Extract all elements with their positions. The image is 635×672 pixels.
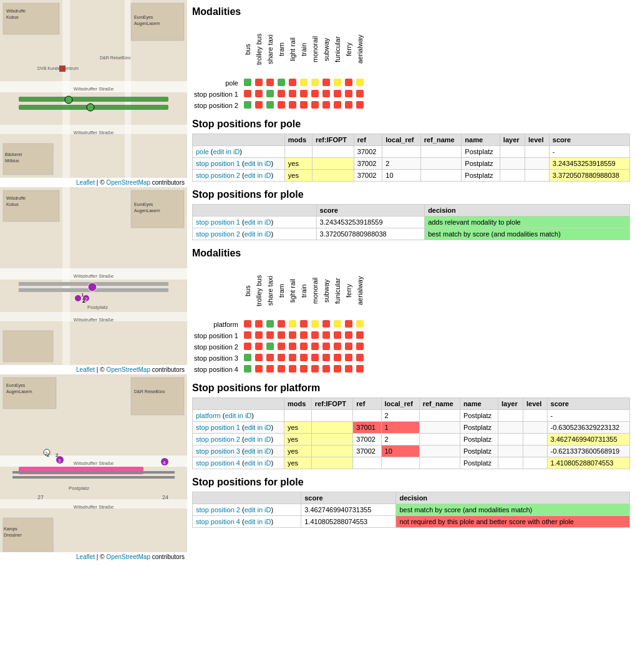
table-row: stop position 1 (edit in iD) 3.243453253… [193,217,630,228]
sp4-plole2-edit[interactable]: edit in iD [245,518,271,525]
modalities-title-2: Modalities [192,248,630,259]
pole-edit-link[interactable]: edit in iD [213,148,240,155]
svg-rect-64 [131,377,184,415]
svg-rect-3 [62,0,70,178]
svg-text:Wilsdruffer Straße: Wilsdruffer Straße [74,273,114,279]
sp1-plole1-edit[interactable]: edit in iD [245,218,271,226]
stoppos-pole-title: Stop positions for pole [192,119,630,130]
svg-text:AugenLasern: AugenLasern [6,389,32,394]
col-subway: subway [321,21,332,77]
stoppos1-pole-link[interactable]: stop position 1 [196,160,240,167]
osm-link-2[interactable]: OpenStreetMap [106,366,150,373]
right-panel: Modalities bus trolley bus share taxi tr… [187,0,635,562]
stoppos2-pole-link[interactable]: stop position 2 [196,172,240,179]
map-middle[interactable]: Wilsdruffer Straße Wilsdruffer Straße 2 … [0,187,187,374]
col-bus: bus [242,21,253,77]
svg-rect-56 [12,476,175,479]
stoppos1-pole-edit[interactable]: edit in iD [245,160,271,167]
svg-text:27: 27 [37,494,44,500]
stoppos-platform-title: Stop positions for platform [192,382,630,394]
svg-text:4: 4 [163,460,166,465]
svg-text:D&R ReiseBüro: D&R ReiseBüro [134,389,165,394]
pole-link[interactable]: pole [196,148,209,155]
sp2-plole2-edit[interactable]: edit in iD [245,506,271,514]
sp3-plat-link[interactable]: stop position 3 [196,447,240,455]
svg-text:Kubus: Kubus [6,15,19,19]
col-ferry: ferry [343,21,354,77]
map-top[interactable]: Wilsdruffer Straße Wilsdruffer Straße Wi… [0,0,187,187]
col-sharetaxi: share taxi [264,21,276,77]
sp2-plole1-edit[interactable]: edit in iD [245,230,271,238]
svg-text:2: 2 [85,296,88,302]
sp2-plole2-link[interactable]: stop position 2 [196,506,240,514]
svg-point-9 [65,96,72,104]
leaflet-link-3[interactable]: Leaflet [76,553,95,560]
svg-text:2: 2 [56,452,59,458]
table-row: stop position 4 (edit in iD) 1.410805288… [193,516,630,528]
sp2-plat-link[interactable]: stop position 2 [196,436,240,443]
leaflet-link[interactable]: Leaflet [76,179,95,186]
svg-text:Bäckerei: Bäckerei [5,152,22,157]
svg-text:Wilsdruffe: Wilsdruffe [6,9,26,13]
svg-text:EuroEyes: EuroEyes [134,15,153,20]
platform-edit[interactable]: edit in iD [225,412,251,419]
stoppos-plole2-table: score decision stop position 2 (edit in … [192,492,630,528]
platform-link[interactable]: platform [196,412,221,419]
svg-text:Wilsdruffe: Wilsdruffe [6,196,26,200]
svg-text:Wilsdruffer Straße: Wilsdruffer Straße [74,504,114,510]
sp1-plole1-link[interactable]: stop position 1 [196,218,240,226]
svg-text:Dresdner: Dresdner [4,533,22,537]
svg-text:Wilsdruffer Straße: Wilsdruffer Straße [74,86,114,92]
svg-point-32 [88,283,97,291]
map-top-footer: Leaflet | © OpenStreetMap contributors [0,178,187,187]
sp4-plat-link[interactable]: stop position 4 [196,459,240,467]
table-row: stop position 2 (edit in iD) 3.462746994… [193,504,630,516]
modalities-table-2: bus trolley bus share taxi tram light ra… [192,263,366,375]
svg-text:24: 24 [162,494,168,500]
map-bottom[interactable]: Wilsdruffer Straße Wilsdruffer Straße 3 … [0,374,187,562]
col-funicular: funicular [332,21,343,77]
map-bottom-footer: Leaflet | © OpenStreetMap contributors [0,552,187,562]
sp3-plat-edit[interactable]: edit in iD [245,447,271,455]
sp1-plat-link[interactable]: stop position 1 [196,424,240,431]
sp4-plat-edit[interactable]: edit in iD [245,459,271,467]
svg-rect-37 [3,331,53,362]
table-row: stop position 1 (edit in iD) yes 37002 2… [193,158,630,170]
svg-text:Kamps: Kamps [4,527,17,532]
modalities-table-1: bus trolley bus share taxi tram light ra… [192,21,366,111]
table-row: stop position 1 (edit in iD) yes 37001 1… [193,422,630,434]
table-row: stop position 2 (edit in iD) yes 37002 1… [193,170,630,182]
table-row: stop position 3 (edit in iD) yes 37002 1… [193,446,630,457]
stoppos-pole-table: mods ref:IFOPT ref local_ref ref_name na… [192,134,630,182]
col-monorail: monorail [309,21,321,77]
svg-text:Möbius: Möbius [5,158,19,163]
svg-text:DVB Kundenzentrum: DVB Kundenzentrum [37,66,79,71]
stoppos-plole1-title: Stop positions for plole [192,189,630,200]
sp2-plat-edit[interactable]: edit in iD [245,436,271,443]
col-train: train [298,21,309,77]
svg-text:Postplatz: Postplatz [69,485,89,491]
col-tram: tram [276,21,287,77]
svg-text:3: 3 [58,458,61,464]
row-stoppos1-m1: stop position 1 [192,89,242,100]
osm-link-3[interactable]: OpenStreetMap [106,553,150,560]
sp4-plole2-link[interactable]: stop position 4 [196,518,240,525]
svg-text:D&R ReiseBüro: D&R ReiseBüro [100,56,131,60]
sp2-plole1-link[interactable]: stop position 2 [196,230,240,238]
svg-point-45 [75,295,81,301]
svg-text:Wilsdruffer Straße: Wilsdruffer Straße [74,317,114,323]
col-trolleybus: trolley bus [253,21,264,77]
row-stoppos2-m1: stop position 2 [192,100,242,111]
leaflet-link-2[interactable]: Leaflet [76,366,95,373]
sp1-plat-edit[interactable]: edit in iD [245,424,271,431]
modalities-title-1: Modalities [192,6,630,17]
row-pole: pole [192,77,242,89]
svg-point-10 [87,104,94,111]
svg-text:EuroEyes: EuroEyes [6,383,26,388]
svg-text:Postplatz: Postplatz [87,304,108,310]
stoppos2-pole-edit[interactable]: edit in iD [245,172,271,179]
svg-text:2: 2 [47,452,50,458]
map-middle-footer: Leaflet | © OpenStreetMap contributors [0,365,187,374]
osm-link[interactable]: OpenStreetMap [106,179,150,186]
svg-rect-7 [19,97,168,102]
